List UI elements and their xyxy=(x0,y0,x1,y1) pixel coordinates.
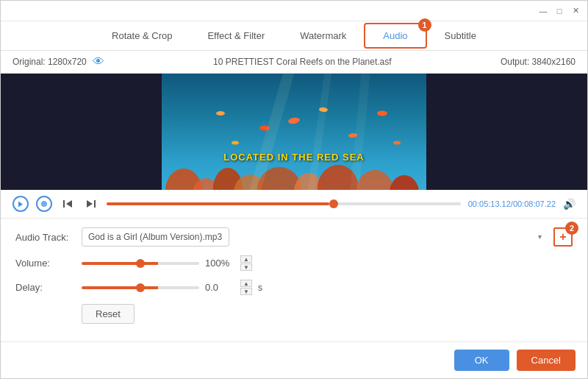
delay-label: Delay: xyxy=(15,282,74,293)
add-track-badge: 2 xyxy=(565,222,578,235)
delay-value: 0.0 xyxy=(205,282,234,293)
progress-bar[interactable] xyxy=(107,202,461,205)
tab-effect-filter[interactable]: Effect & Filter xyxy=(190,24,282,47)
delay-slider-container: 0.0 ▲ ▼ s xyxy=(82,280,573,295)
svg-marker-27 xyxy=(87,200,93,208)
svg-point-15 xyxy=(377,111,387,116)
video-area: LOCATED IN THE RED SEA xyxy=(1,74,587,190)
footer: OK Cancel xyxy=(1,341,587,378)
maximize-button[interactable]: □ xyxy=(553,5,565,17)
skip-forward-button[interactable] xyxy=(83,196,99,212)
settings-area: Audio Track: God is a Girl (Album Versio… xyxy=(1,219,587,341)
original-resolution: Original: 1280x720 xyxy=(12,57,87,67)
info-bar: Original: 1280x720 👁 10 PRETTIEST Coral … xyxy=(1,51,587,74)
tab-rotate-crop[interactable]: Rotate & Crop xyxy=(94,24,190,47)
svg-rect-23 xyxy=(43,203,46,205)
add-track-button[interactable]: + 2 xyxy=(553,227,573,247)
volume-slider[interactable] xyxy=(82,262,199,265)
svg-point-17 xyxy=(393,141,401,145)
progress-thumb[interactable] xyxy=(329,199,338,208)
svg-rect-24 xyxy=(63,200,65,208)
track-select[interactable]: God is a Girl (Album Version).mp3 xyxy=(82,227,229,247)
delay-row: Delay: 0.0 ▲ ▼ s xyxy=(15,280,573,295)
video-thumbnail: LOCATED IN THE RED SEA xyxy=(162,74,426,190)
minimize-button[interactable]: — xyxy=(537,5,549,17)
volume-label: Volume: xyxy=(15,258,74,269)
volume-icon[interactable]: 🔊 xyxy=(563,198,576,210)
output-resolution: Output: 3840x2160 xyxy=(501,57,576,67)
progress-fill xyxy=(107,202,329,205)
audio-track-row: Audio Track: God is a Girl (Album Versio… xyxy=(15,227,573,247)
svg-rect-26 xyxy=(94,200,96,208)
ok-button[interactable]: OK xyxy=(454,350,509,371)
reset-row: Reset xyxy=(15,304,573,324)
svg-marker-25 xyxy=(66,200,72,208)
svg-marker-21 xyxy=(18,201,23,207)
tab-watermark[interactable]: Watermark xyxy=(282,24,364,47)
video-overlay-text: LOCATED IN THE RED SEA xyxy=(223,152,365,163)
audio-track-label: Audio Track: xyxy=(15,232,74,243)
filename-label: 10 PRETTIEST Coral Reefs on the Planet.a… xyxy=(213,57,392,67)
close-button[interactable]: ✕ xyxy=(570,5,581,17)
delay-unit: s xyxy=(258,283,262,293)
tab-subtitle[interactable]: Subtitle xyxy=(427,24,494,47)
delay-spinner: ▲ ▼ xyxy=(240,280,252,295)
delay-slider[interactable] xyxy=(82,286,199,289)
skip-back-button[interactable] xyxy=(60,196,76,212)
main-window: — □ ✕ Rotate & Crop Effect & Filter Wate… xyxy=(0,0,588,379)
delay-down-button[interactable]: ▼ xyxy=(240,288,252,295)
eye-icon[interactable]: 👁 xyxy=(93,55,104,68)
volume-slider-container: 100% ▲ ▼ xyxy=(82,255,573,271)
tab-bar: Rotate & Crop Effect & Filter Watermark … xyxy=(1,21,587,51)
time-display: 00:05:13.12/00:08:07.22 xyxy=(468,199,556,208)
volume-down-button[interactable]: ▼ xyxy=(240,263,252,271)
title-bar: — □ ✕ xyxy=(1,1,587,21)
volume-value: 100% xyxy=(205,258,234,269)
reset-button[interactable]: Reset xyxy=(82,304,135,324)
volume-spinner: ▲ ▼ xyxy=(240,255,252,271)
volume-row: Volume: 100% ▲ ▼ xyxy=(15,255,573,271)
svg-rect-0 xyxy=(162,74,426,190)
tab-audio[interactable]: Audio 1 xyxy=(364,23,426,49)
track-select-wrapper: God is a Girl (Album Version).mp3 xyxy=(82,227,549,247)
controls-bar: 00:05:13.12/00:08:07.22 🔊 xyxy=(1,190,587,219)
svg-point-16 xyxy=(216,111,225,116)
audio-track-container: God is a Girl (Album Version).mp3 + 2 xyxy=(82,227,573,247)
delay-up-button[interactable]: ▲ xyxy=(240,280,252,287)
stop-button[interactable] xyxy=(36,196,52,212)
volume-up-button[interactable]: ▲ xyxy=(240,255,252,263)
play-button[interactable] xyxy=(12,196,29,212)
cancel-button[interactable]: Cancel xyxy=(517,350,576,371)
svg-point-14 xyxy=(232,141,239,145)
